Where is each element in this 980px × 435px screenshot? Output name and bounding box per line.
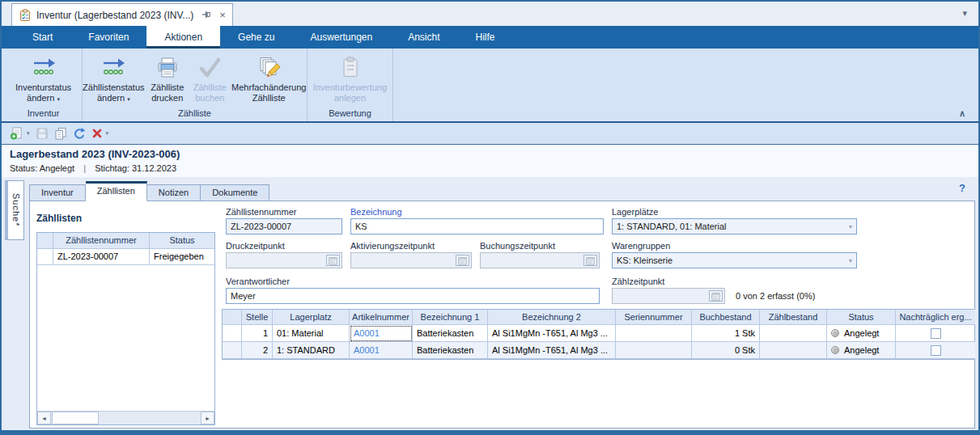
page-tabs: Inventur Zähllisten Notizen Dokumente xyxy=(29,182,269,201)
col-buchbestand[interactable]: Buchbestand xyxy=(692,310,760,325)
row-selector[interactable] xyxy=(223,342,242,359)
menu-ansicht[interactable]: Ansicht xyxy=(390,26,457,49)
col-stelle[interactable]: Stelle xyxy=(242,310,273,325)
verantwortlicher-field[interactable] xyxy=(226,288,600,304)
label-lagerplaetze: Lagerplätze xyxy=(612,207,659,217)
cell-lagerplatz: 1: STANDARD xyxy=(273,342,350,359)
cell-artikelnummer-link[interactable]: A0001 xyxy=(350,342,413,359)
col-artikelnummer[interactable]: Artikelnummer xyxy=(350,310,413,325)
application-window: Inventur (Lagerbestand 2023 (INV...) × ▾… xyxy=(0,0,980,435)
cell-artikelnummer-link[interactable]: A0001 xyxy=(350,325,413,342)
menu-hilfe[interactable]: Hilfe xyxy=(458,26,513,49)
nachtraeglich-checkbox[interactable] xyxy=(931,328,941,339)
aktivierungszeitpunkt-field xyxy=(350,252,472,268)
cell-lagerplatz: 01: Material xyxy=(273,325,350,342)
bezeichnung-input xyxy=(355,222,599,231)
cell-status[interactable]: Freigegeben xyxy=(150,249,214,265)
new-record-caret-icon[interactable]: ▾ xyxy=(27,130,30,137)
document-tab-title: Inventur (Lagerbestand 2023 (INV...) xyxy=(36,10,193,21)
horizontal-scrollbar[interactable]: ◄ ► xyxy=(37,411,214,424)
bezeichnung-field[interactable] xyxy=(350,218,604,234)
cell-zaehllistennummer[interactable]: ZL-2023-00007 xyxy=(53,249,150,265)
scrollbar-thumb[interactable] xyxy=(52,412,99,424)
cell-status: Angelegt xyxy=(827,325,896,342)
dropdown-caret-icon: ▾ xyxy=(57,96,60,102)
tab-overflow-caret-icon[interactable]: ▾ xyxy=(962,8,967,19)
col-nachtraeglich[interactable]: Nachträglich erg... xyxy=(896,310,975,325)
col-status[interactable]: Status xyxy=(827,310,896,325)
close-icon[interactable]: × xyxy=(219,10,226,20)
cell-stelle: 2 xyxy=(242,342,273,359)
tab-notizen[interactable]: Notizen xyxy=(147,184,201,201)
pin-icon[interactable] xyxy=(202,10,211,21)
inventurbewertung-anlegen-button: Inventurbewertung anlegen xyxy=(310,52,391,103)
cell-zaehlbestand xyxy=(760,342,827,359)
scroll-right-icon[interactable]: ► xyxy=(201,412,214,424)
content-area: Suche* Inventur Zähllisten Notizen Dokum… xyxy=(2,177,978,430)
inventurstatus-aendern-button[interactable]: Inventurstatus ändern ▾ xyxy=(7,52,80,104)
clipboard-icon xyxy=(338,53,363,82)
col-status[interactable]: Status xyxy=(150,233,214,249)
ribbon-collapse-chevron-icon[interactable]: ∧ xyxy=(959,109,965,118)
refresh-icon[interactable] xyxy=(73,127,86,140)
mehrfachaenderung-zaehlliste-button[interactable]: Mehrfachänderung Zählliste xyxy=(231,52,307,103)
copy-icon[interactable] xyxy=(54,127,67,140)
label-aktivierungszeitpunkt: Aktivierungszeitpunkt xyxy=(350,241,435,251)
cell-bezeichnung-1: Batteriekasten xyxy=(413,342,488,359)
col-zaehlbestand[interactable]: Zählbestand xyxy=(760,310,827,325)
chevron-down-icon[interactable]: ▾ xyxy=(849,223,852,230)
row-selector[interactable] xyxy=(223,325,242,342)
label-buchungszeitpunkt: Buchungszeitpunkt xyxy=(480,241,555,251)
zaehlzeitpunkt-field[interactable] xyxy=(612,288,725,304)
chevron-down-icon[interactable]: ▾ xyxy=(849,257,852,264)
table-row[interactable]: 2 1: STANDARD A0001 Batteriekasten Al Si… xyxy=(223,342,974,359)
nachtraeglich-checkbox[interactable] xyxy=(931,345,941,356)
tab-inventur[interactable]: Inventur xyxy=(29,184,86,201)
menu-auswertungen[interactable]: Auswertungen xyxy=(292,26,390,49)
menu-favoriten[interactable]: Favoriten xyxy=(70,26,146,49)
row-selector-header xyxy=(223,310,242,325)
cell-bezeichnung-1: Batteriekasten xyxy=(413,325,488,342)
delete-icon[interactable] xyxy=(91,128,103,139)
menu-aktionen[interactable]: Aktionen xyxy=(146,26,220,49)
col-bezeichnung-1[interactable]: Bezeichnung 1 xyxy=(413,310,488,325)
record-status-line: Status: Angelegt | Stichtag: 31.12.2023 xyxy=(10,163,970,173)
zaehllistenstatus-aendern-button[interactable]: Zähllistenstatus ändern ▾ xyxy=(83,52,145,104)
label-bezeichnung: Bezeichnung xyxy=(350,207,402,217)
label-zaehlzeitpunkt: Zählzeitpunkt xyxy=(612,277,664,286)
col-seriennummer[interactable]: Seriennummer xyxy=(616,310,692,325)
new-record-icon[interactable] xyxy=(10,127,23,140)
list-table-row[interactable]: ZL-2023-00007 Freigegeben xyxy=(37,249,214,265)
label-druckzeitpunkt: Druckzeitpunkt xyxy=(226,241,285,251)
multi-edit-pages-icon xyxy=(257,53,281,82)
col-lagerplatz[interactable]: Lagerplatz xyxy=(273,310,350,325)
delete-caret-icon[interactable]: ▾ xyxy=(106,130,109,137)
stichtag-label: Stichtag: xyxy=(95,163,129,173)
clipboard-checklist-icon xyxy=(19,9,32,22)
window-bottom-frame xyxy=(0,430,980,435)
cell-buchbestand: 1 Stk xyxy=(692,325,760,342)
scroll-left-icon[interactable]: ◄ xyxy=(37,412,51,424)
ribbon-group-label-inventur: Inventur xyxy=(5,107,82,121)
document-tab-inventur[interactable]: Inventur (Lagerbestand 2023 (INV...) × xyxy=(11,3,233,26)
col-bezeichnung-2[interactable]: Bezeichnung 2 xyxy=(488,310,616,325)
cell-nachtraeglich[interactable] xyxy=(896,342,975,359)
search-side-tab[interactable]: Suche* xyxy=(5,180,24,240)
cell-bezeichnung-2: Al Si1MgMn -T651, Al Mg3 ... xyxy=(488,342,616,359)
menu-gehe-zu[interactable]: Gehe zu xyxy=(220,26,292,49)
warengruppen-dropdown[interactable]: KS: Kleinserie ▾ xyxy=(612,252,857,268)
zaehlliste-drucken-button[interactable]: Zählliste drucken xyxy=(146,52,189,103)
calendar-icon[interactable] xyxy=(709,290,723,302)
table-row[interactable]: 1 01: Material A0001 Batteriekasten Al S… xyxy=(223,325,974,342)
tab-dokumente[interactable]: Dokumente xyxy=(201,184,269,201)
lagerplaetze-dropdown[interactable]: 1: STANDARD, 01: Material ▾ xyxy=(612,218,857,234)
calendar-icon xyxy=(583,255,597,266)
col-zaehllistennummer[interactable]: Zähllistennummer xyxy=(53,233,150,249)
cell-nachtraeglich[interactable] xyxy=(896,325,975,342)
printer-icon xyxy=(155,53,180,82)
help-icon[interactable]: ? xyxy=(959,182,965,194)
menu-start[interactable]: Start xyxy=(15,26,70,49)
row-selector[interactable] xyxy=(37,249,53,265)
tab-zaehllisten[interactable]: Zähllisten xyxy=(86,181,147,201)
status-radio-icon xyxy=(831,346,839,354)
